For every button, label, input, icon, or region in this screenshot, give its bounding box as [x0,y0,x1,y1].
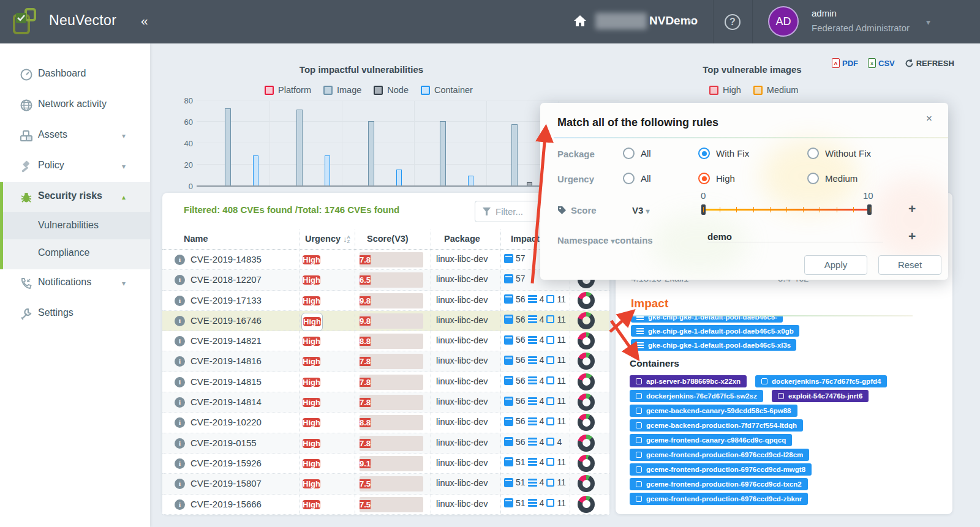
csv-button[interactable]: x CSV [868,58,895,68]
info-icon[interactable]: i [175,499,185,510]
container-badge[interactable]: gceme-frontend-production-6976ccd9cd-l28… [630,449,809,461]
radio-urgency-medium[interactable]: Medium [807,173,858,184]
namespace-value-input[interactable] [707,231,883,242]
org-caret-icon[interactable]: ▾ [688,16,693,26]
table-row-CVE-2019-10220[interactable]: iCVE-2019-10220High8.8linux-libc-dev5641… [162,413,609,433]
add-score-criterion-button[interactable]: + [908,201,916,216]
node-badge[interactable]: gke-chip-gke-1-default-pool-daeb46c5- [631,316,783,323]
urgency-badge: High [303,398,320,407]
info-icon[interactable]: i [175,417,185,428]
radio-urgency-all[interactable]: All [623,173,651,184]
impact-cell: 51411 [504,457,566,467]
container-badge[interactable]: gceme-frontend-canary-c9846cd9c-qpqcq [630,434,792,446]
legend-item-medium[interactable]: Medium [753,85,799,95]
cve-name: CVE-2018-12207 [190,274,262,285]
info-icon[interactable]: i [175,316,185,326]
info-icon[interactable]: i [175,377,185,387]
sidebar-item-network-activity[interactable]: Network activity [0,91,150,119]
reset-button[interactable]: Reset [878,255,941,275]
impact-cell: 51411 [504,498,566,508]
info-icon[interactable]: i [175,479,185,489]
urgency-label: Urgency [557,174,594,184]
add-namespace-criterion-button[interactable]: + [908,229,916,244]
info-icon[interactable]: i [175,255,185,265]
app-root: NeuVector « NVDemo ▾ ? AD admin Federate… [0,0,980,527]
sidebar-item-security-risks[interactable]: Security risks ▴ [0,183,150,211]
radio-label: With Fix [716,148,749,159]
refresh-label: REFRESH [916,59,954,68]
avatar[interactable]: AD [768,6,799,37]
sidebar-item-vulnerabilities[interactable]: Vulnerabilities [0,212,150,241]
table-row-CVE-2019-15807[interactable]: iCVE-2019-15807High7.5linux-libc-dev5141… [162,474,609,494]
legend-item-container[interactable]: Container [421,85,473,95]
image-count: 57 [516,274,526,283]
nodes-icon [528,479,537,487]
info-icon[interactable]: i [175,458,185,469]
chevron-down-icon: ▾ [611,237,615,245]
table-row-CVE-2019-15666[interactable]: iCVE-2019-15666High7.5linux-libc-dev5141… [162,495,609,515]
y-tick-label: 60 [175,118,193,127]
info-icon[interactable]: i [175,397,185,408]
table-row-CVE-2019-14815[interactable]: iCVE-2019-14815High7.8linux-libc-dev5641… [162,372,609,392]
table-row-CVE-2019-14821[interactable]: iCVE-2019-14821High8.8linux-libc-dev5641… [162,331,609,351]
score-version-select[interactable]: V3 ▾ [632,205,650,215]
col-urgency[interactable]: Urgency↓AZ [305,234,350,244]
col-score[interactable]: Score(V3) [367,234,409,244]
info-icon[interactable]: i [175,356,185,367]
impact-cell: 56411 [504,376,566,386]
sidebar-item-policy[interactable]: Policy ▾ [0,152,150,181]
score-range-slider[interactable] [703,209,870,211]
table-row-CVE-2019-0155[interactable]: iCVE-2019-0155High7.8linux-libc-dev5644 [162,433,609,454]
legend-item-high[interactable]: High [709,85,741,95]
score-value: 9.8 [360,316,371,326]
table-row-CVE-2019-14814[interactable]: iCVE-2019-14814High7.8linux-libc-dev5641… [162,392,609,413]
package-name: linux-libc-dev [436,356,488,365]
sidebar-item-assets[interactable]: Assets ▾ [0,122,150,150]
col-package[interactable]: Package [444,234,480,244]
sidebar-item-compliance[interactable]: Compliance [0,240,150,268]
sidebar-item-settings[interactable]: Settings [0,300,150,328]
help-icon[interactable]: ? [725,14,741,30]
legend-item-node[interactable]: Node [374,85,409,95]
user-menu-caret-icon[interactable]: ▾ [926,17,930,27]
package-name: linux-libc-dev [436,274,488,284]
col-name[interactable]: Name [184,234,208,244]
namespace-label[interactable]: Namespace ▾ [557,235,615,245]
score-bar: 8.8 [360,415,423,430]
apply-button[interactable]: Apply [804,255,867,275]
container-badge[interactable]: exploit-54c7476b-jnrt6 [772,390,869,402]
radio-package-all[interactable]: All [623,148,651,159]
info-icon[interactable]: i [175,275,185,285]
table-row-CVE-2019-14816[interactable]: iCVE-2019-14816High7.8linux-libc-dev5641… [162,351,609,372]
sidebar-item-dashboard[interactable]: Dashboard [0,61,150,89]
container-badge[interactable]: gceme-backend-canary-59dcdd58c5-6pw88 [630,405,797,417]
container-badge[interactable]: gceme-backend-production-7fd77cf554-ltdq… [630,419,803,432]
info-icon[interactable]: i [175,296,185,306]
container-badge[interactable]: gceme-frontend-production-6976ccd9cd-mwg… [630,463,812,476]
node-badge[interactable]: gke-chip-gke-1-default-pool-daeb46c5-x0g… [631,325,799,337]
container-badge[interactable]: api-server-b788669bc-x22xn [630,375,747,387]
legend-item-image[interactable]: Image [323,85,361,95]
sidebar-collapse-button[interactable]: « [141,13,148,28]
user-name: admin [812,8,837,18]
table-row-CVE-2019-16746[interactable]: iCVE-2019-16746High9.8linux-libc-dev5641… [162,311,609,331]
container-badge[interactable]: dockerjenkins-76c7d67fc5-gpfd4 [755,375,887,387]
table-row-CVE-2019-17133[interactable]: iCVE-2019-17133High9.8linux-libc-dev5641… [162,291,609,311]
info-icon[interactable]: i [175,336,185,346]
legend-item-platform[interactable]: Platform [265,85,311,95]
refresh-button[interactable]: REFRESH [905,59,954,68]
pdf-button[interactable]: A PDF [832,58,858,68]
col-impact[interactable]: Impact [511,234,540,244]
node-badge[interactable]: gke-chip-gke-1-default-pool-daeb46c5-xl3… [631,339,796,351]
close-icon[interactable]: × [926,113,932,125]
container-badge[interactable]: gceme-frontend-production-6976ccd9cd-txc… [630,478,808,490]
radio-package-with-fix[interactable]: With Fix [698,148,749,159]
home-icon[interactable] [573,15,587,27]
radio-package-without-fix[interactable]: Without Fix [807,148,871,159]
container-badge[interactable]: gceme-frontend-production-6976ccd9cd-zbk… [630,493,808,505]
table-row-CVE-2019-15926[interactable]: iCVE-2019-15926High9.1linux-libc-dev5141… [162,454,609,474]
radio-urgency-high[interactable]: High [698,173,735,184]
info-icon[interactable]: i [175,438,185,449]
container-badge[interactable]: dockerjenkins-76c7d67fc5-sw2sz [630,390,763,402]
sidebar-item-notifications[interactable]: Notifications ▾ [0,269,150,297]
